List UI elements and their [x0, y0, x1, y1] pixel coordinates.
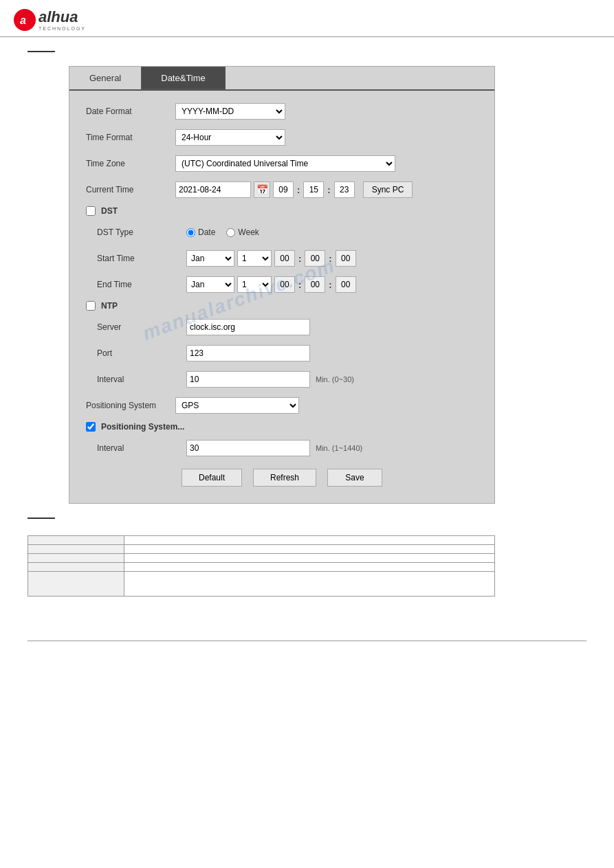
- table-section: [28, 535, 586, 597]
- timezone-row: Time Zone (UTC) Coordinated Universal Ti…: [86, 154, 478, 173]
- page-header: a alhua TECHNOLOGY: [0, 0, 614, 37]
- ntp-checkbox[interactable]: [86, 301, 96, 311]
- dst-radio-date: Date: [186, 227, 215, 237]
- end-min-input: [305, 276, 325, 293]
- end-sec-input: [336, 276, 356, 293]
- positioning-system-select[interactable]: GPS Beidou GPS+Beidou: [175, 397, 299, 414]
- server-row: Server: [97, 318, 478, 337]
- time-format-select[interactable]: 24-Hour 12-Hour: [175, 129, 285, 146]
- port-row: Port: [97, 344, 478, 363]
- dst-checkbox-row: DST: [86, 206, 478, 216]
- table-row: [28, 554, 495, 563]
- pos-interval-hint: Min. (1~1440): [316, 444, 362, 452]
- time-format-row: Time Format 24-Hour 12-Hour: [86, 128, 478, 147]
- logo-name: alhua: [39, 8, 78, 25]
- ntp-label[interactable]: NTP: [101, 301, 118, 311]
- table-cell-param-1: [28, 536, 124, 545]
- page-content: General Date&Time Date Format YYYY-MM-DD…: [0, 37, 614, 627]
- dst-type-radio-group: Date Week: [186, 227, 259, 237]
- refresh-button[interactable]: Refresh: [253, 469, 316, 487]
- table-cell-param-5: [28, 572, 124, 597]
- dst-week-label[interactable]: Week: [238, 227, 259, 237]
- current-date-input[interactable]: [175, 181, 251, 198]
- tab-general[interactable]: General: [69, 67, 141, 89]
- section-divider-bottom: [28, 518, 55, 519]
- date-format-row: Date Format YYYY-MM-DD MM-DD-YYYY DD-MM-…: [86, 102, 478, 121]
- dst-type-label: DST Type: [97, 227, 186, 237]
- logo-subtitle: TECHNOLOGY: [39, 26, 86, 31]
- positioning-checkbox-label[interactable]: Positioning System...: [101, 422, 184, 432]
- server-input[interactable]: [186, 319, 310, 335]
- section-divider-top: [28, 51, 55, 52]
- time-format-label: Time Format: [86, 133, 175, 142]
- table-cell-desc-1: [124, 536, 495, 545]
- start-month-select[interactable]: JanFebMar AprMayJun JulAugSep OctNovDec: [186, 250, 234, 267]
- settings-panel: General Date&Time Date Format YYYY-MM-DD…: [69, 66, 495, 504]
- end-time-row: End Time JanFebMar AprMayJun JulAugSep O…: [97, 275, 478, 294]
- timezone-select[interactable]: (UTC) Coordinated Universal Time (UTC+01…: [175, 155, 395, 172]
- table-row: [28, 563, 495, 572]
- panel-body: Date Format YYYY-MM-DD MM-DD-YYYY DD-MM-…: [69, 91, 494, 492]
- end-time-group: JanFebMar AprMayJun JulAugSep OctNovDec …: [186, 276, 356, 293]
- sync-pc-button[interactable]: Sync PC: [363, 181, 413, 198]
- current-time-group: 📅 : : Sync PC: [175, 181, 413, 198]
- pos-interval-label: Interval: [97, 443, 186, 453]
- dst-date-radio[interactable]: [186, 228, 195, 237]
- table-cell-desc-2: [124, 545, 495, 554]
- time-sep-1: :: [297, 185, 300, 195]
- end-hour-input: [274, 276, 295, 293]
- pos-interval-group: Min. (1~1440): [186, 440, 362, 456]
- table-cell-desc-5: [124, 572, 495, 597]
- dst-checkbox[interactable]: [86, 206, 96, 216]
- ntp-interval-label: Interval: [97, 375, 186, 384]
- start-day-select[interactable]: 123: [237, 250, 272, 267]
- table-cell-param-2: [28, 545, 124, 554]
- dst-type-row: DST Type Date Week: [97, 223, 478, 242]
- calendar-icon[interactable]: 📅: [254, 181, 270, 198]
- table-cell-desc-4: [124, 563, 495, 572]
- positioning-checkbox-row: Positioning System...: [86, 422, 478, 432]
- pos-interval-row: Interval Min. (1~1440): [97, 438, 478, 458]
- parameter-table: [28, 535, 495, 597]
- timezone-label: Time Zone: [86, 159, 175, 168]
- minute-input[interactable]: [303, 181, 324, 198]
- start-time-group: JanFebMar AprMayJun JulAugSep OctNovDec …: [186, 250, 356, 267]
- save-button[interactable]: Save: [327, 469, 382, 487]
- default-button[interactable]: Default: [182, 469, 242, 487]
- positioning-system-row: Positioning System GPS Beidou GPS+Beidou: [86, 396, 478, 415]
- start-min-input: [305, 250, 325, 267]
- start-time-label: Start Time: [97, 254, 186, 263]
- positioning-system-label: Positioning System: [86, 401, 175, 410]
- dst-week-radio[interactable]: [226, 228, 235, 237]
- hour-input[interactable]: [273, 181, 294, 198]
- start-time-row: Start Time JanFebMar AprMayJun JulAugSep…: [97, 249, 478, 268]
- end-day-select[interactable]: 123: [237, 276, 272, 293]
- ntp-interval-row: Interval Min. (0~30): [97, 370, 478, 389]
- button-row: Default Refresh Save: [86, 469, 478, 487]
- current-time-label: Current Time: [86, 185, 175, 194]
- time-sep-2: :: [327, 185, 330, 195]
- dst-date-label[interactable]: Date: [198, 227, 215, 237]
- end-month-select[interactable]: JanFebMar AprMayJun JulAugSep OctNovDec: [186, 276, 234, 293]
- dst-radio-week: Week: [226, 227, 259, 237]
- tab-datetime[interactable]: Date&Time: [141, 67, 226, 89]
- ntp-checkbox-row: NTP: [86, 301, 478, 311]
- second-input[interactable]: [334, 181, 355, 198]
- ntp-interval-input[interactable]: [186, 371, 310, 388]
- date-format-label: Date Format: [86, 107, 175, 116]
- positioning-checkbox[interactable]: [86, 422, 96, 432]
- ntp-interval-group: Min. (0~30): [186, 371, 354, 388]
- table-cell-param-4: [28, 563, 124, 572]
- logo: a alhua TECHNOLOGY: [14, 8, 600, 31]
- port-label: Port: [97, 348, 186, 358]
- table-row: [28, 545, 495, 554]
- logo-icon: a: [14, 9, 36, 31]
- table-cell-desc-3: [124, 554, 495, 563]
- port-input[interactable]: [186, 345, 310, 361]
- table-row: [28, 536, 495, 545]
- table-row: [28, 572, 495, 597]
- pos-interval-input[interactable]: [186, 440, 310, 456]
- date-format-select[interactable]: YYYY-MM-DD MM-DD-YYYY DD-MM-YYYY: [175, 103, 285, 120]
- ntp-interval-hint: Min. (0~30): [316, 375, 354, 383]
- dst-label[interactable]: DST: [101, 206, 118, 216]
